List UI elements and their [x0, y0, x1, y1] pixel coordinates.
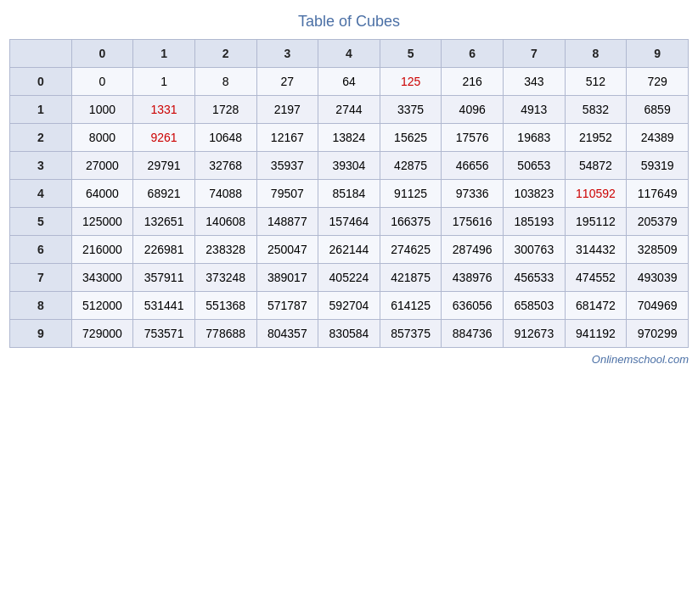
table-cell: 148877 [256, 208, 318, 236]
row-header-9: 9 [10, 320, 72, 348]
table-cell: 405224 [318, 264, 380, 292]
table-cell: 195112 [565, 208, 627, 236]
table-cell: 729000 [71, 320, 133, 348]
table-row: 9729000753571778688804357830584857375884… [10, 320, 689, 348]
table-row: 8512000531441551368571787592704614125636… [10, 292, 689, 320]
table-cell: 704969 [627, 292, 689, 320]
header-col-9: 9 [627, 40, 689, 68]
table-cell: 125 [380, 68, 442, 96]
table-row: 00182764125216343512729 [10, 68, 689, 96]
table-cell: 912673 [504, 320, 566, 348]
table-body: 0018276412521634351272911000133117282197… [10, 68, 689, 348]
table-row: 4640006892174088795078518491125973361038… [10, 180, 689, 208]
table-cell: 97336 [442, 180, 504, 208]
table-cell: 1331 [133, 96, 195, 124]
table-cell: 216000 [71, 236, 133, 264]
table-cell: 274625 [380, 236, 442, 264]
table-cell: 456533 [504, 264, 566, 292]
header-col-7: 7 [504, 40, 566, 68]
table-cell: 571787 [256, 292, 318, 320]
table-cell: 175616 [442, 208, 504, 236]
row-header-2: 2 [10, 124, 72, 152]
row-header-3: 3 [10, 152, 72, 180]
table-row: 6216000226981238328250047262144274625287… [10, 236, 689, 264]
table-cell: 132651 [133, 208, 195, 236]
table-cell: 287496 [442, 236, 504, 264]
table-cell: 438976 [442, 264, 504, 292]
table-cell: 64000 [71, 180, 133, 208]
table-cell: 778688 [194, 320, 256, 348]
table-cell: 681472 [565, 292, 627, 320]
table-cell: 64 [318, 68, 380, 96]
table-cell: 46656 [442, 152, 504, 180]
row-header-8: 8 [10, 292, 72, 320]
row-header-6: 6 [10, 236, 72, 264]
table-cell: 512000 [71, 292, 133, 320]
table-cell: 421875 [380, 264, 442, 292]
table-cell: 85184 [318, 180, 380, 208]
table-cell: 6859 [627, 96, 689, 124]
header-col-5: 5 [380, 40, 442, 68]
header-col-1: 1 [133, 40, 195, 68]
table-cell: 493039 [627, 264, 689, 292]
table-cell: 3375 [380, 96, 442, 124]
table-cell: 68921 [133, 180, 195, 208]
table-cell: 300763 [504, 236, 566, 264]
table-row: 3270002979132768359373930442875466565065… [10, 152, 689, 180]
table-cell: 140608 [194, 208, 256, 236]
table-cell: 592704 [318, 292, 380, 320]
table-cell: 35937 [256, 152, 318, 180]
table-cell: 551368 [194, 292, 256, 320]
table-cell: 373248 [194, 264, 256, 292]
table-row: 7343000357911373248389017405224421875438… [10, 264, 689, 292]
table-cell: 117649 [627, 180, 689, 208]
table-cell: 0 [71, 68, 133, 96]
table-cell: 27 [256, 68, 318, 96]
table-cell: 1000 [71, 96, 133, 124]
table-cell: 103823 [504, 180, 566, 208]
footer-credit: Onlinemschool.com [9, 353, 689, 366]
table-cell: 29791 [133, 152, 195, 180]
table-cell: 2744 [318, 96, 380, 124]
table-cell: 5832 [565, 96, 627, 124]
table-cell: 4913 [504, 96, 566, 124]
table-cell: 658503 [504, 292, 566, 320]
header-col-3: 3 [256, 40, 318, 68]
row-header-1: 1 [10, 96, 72, 124]
table-cell: 17576 [442, 124, 504, 152]
table-row: 2800092611064812167138241562517576196832… [10, 124, 689, 152]
row-header-0: 0 [10, 68, 72, 96]
table-header: 0123456789 [10, 40, 689, 68]
table-cell: 10648 [194, 124, 256, 152]
table-cell: 19683 [504, 124, 566, 152]
header-col-4: 4 [318, 40, 380, 68]
page-title: Table of Cubes [298, 13, 400, 31]
table-cell: 238328 [194, 236, 256, 264]
row-header-5: 5 [10, 208, 72, 236]
table-cell: 39304 [318, 152, 380, 180]
table-cell: 226981 [133, 236, 195, 264]
header-col-8: 8 [565, 40, 627, 68]
table-cell: 970299 [627, 320, 689, 348]
table-cell: 166375 [380, 208, 442, 236]
table-cell: 42875 [380, 152, 442, 180]
table-cell: 262144 [318, 236, 380, 264]
header-col-0: 0 [71, 40, 133, 68]
table-cell: 357911 [133, 264, 195, 292]
table-cell: 205379 [627, 208, 689, 236]
table-cell: 54872 [565, 152, 627, 180]
table-cell: 614125 [380, 292, 442, 320]
table-cell: 884736 [442, 320, 504, 348]
header-corner [10, 40, 72, 68]
table-cell: 4096 [442, 96, 504, 124]
table-cell: 343 [504, 68, 566, 96]
header-col-6: 6 [442, 40, 504, 68]
header-col-2: 2 [194, 40, 256, 68]
table-cell: 314432 [565, 236, 627, 264]
table-cell: 59319 [627, 152, 689, 180]
table-cell: 110592 [565, 180, 627, 208]
table-cell: 157464 [318, 208, 380, 236]
table-cell: 13824 [318, 124, 380, 152]
table-cell: 636056 [442, 292, 504, 320]
table-cell: 1728 [194, 96, 256, 124]
